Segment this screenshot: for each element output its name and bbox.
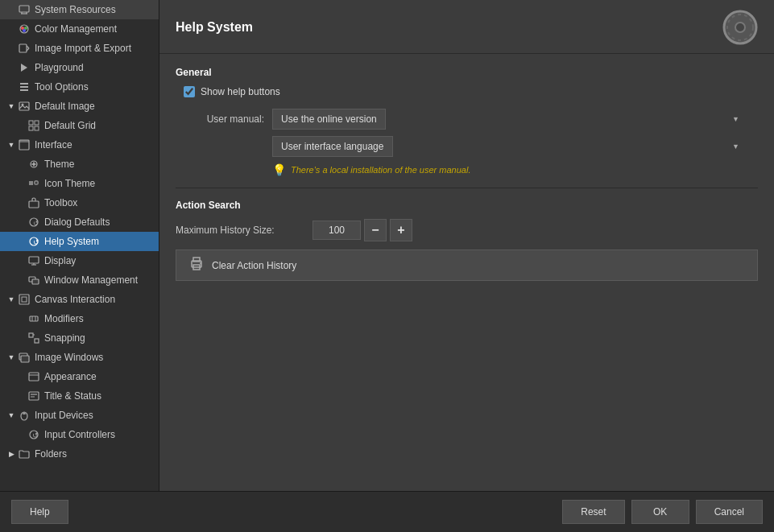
sidebar-item-image-import-export[interactable]: Image Import & Export xyxy=(0,39,159,58)
sidebar-item-snapping[interactable]: Snapping xyxy=(0,328,159,348)
expand-arrow-di: ▼ xyxy=(6,101,16,111)
svg-rect-19 xyxy=(29,126,33,130)
svg-text:↺: ↺ xyxy=(33,238,39,246)
content-area: Help System General Show help buttons Us… xyxy=(159,0,774,491)
sidebar-item-canvas-interaction-label: Canvas Interaction xyxy=(35,294,115,305)
sidebar-item-default-grid-label: Default Grid xyxy=(44,120,96,131)
title-icon xyxy=(27,390,40,402)
sidebar-item-input-controllers[interactable]: ↺ Input Controllers xyxy=(0,425,159,444)
sidebar-item-playground-label: Playground xyxy=(35,62,84,73)
svg-rect-27 xyxy=(29,201,39,208)
sidebar-item-tool-options[interactable]: Tool Options xyxy=(0,77,159,97)
sidebar-item-dialog-defaults-label: Dialog Defaults xyxy=(44,217,110,228)
show-help-buttons-row: Show help buttons xyxy=(184,86,758,97)
expand-arrow-to xyxy=(6,82,16,92)
controllers-icon: ↺ xyxy=(27,428,40,441)
sidebar-item-title-status[interactable]: Title & Status xyxy=(0,386,159,406)
content-header: Help System xyxy=(159,0,774,54)
svg-rect-15 xyxy=(19,102,29,110)
svg-rect-32 xyxy=(29,257,39,263)
sidebar-item-theme-label: Theme xyxy=(44,159,74,170)
svg-rect-12 xyxy=(20,83,28,85)
svg-rect-43 xyxy=(35,339,39,343)
sidebar-item-default-image-label: Default Image xyxy=(35,101,95,112)
sidebar-item-input-devices[interactable]: ▼ Input Devices xyxy=(0,406,159,425)
sidebar-item-image-windows-label: Image Windows xyxy=(35,352,103,363)
svg-rect-14 xyxy=(20,89,28,91)
sidebar: System Resources Color Management Image … xyxy=(0,0,159,491)
show-help-buttons-checkbox[interactable] xyxy=(184,86,195,97)
sidebar-item-interface[interactable]: ▼ Interface xyxy=(0,135,159,155)
svg-rect-49 xyxy=(29,392,39,400)
sidebar-item-image-windows[interactable]: ▼ Image Windows xyxy=(0,348,159,367)
show-help-buttons-label[interactable]: Show help buttons xyxy=(201,86,280,97)
sidebar-item-toolbox[interactable]: Toolbox xyxy=(0,193,159,212)
appearance-icon xyxy=(27,370,40,383)
expand-arrow-f: ▶ xyxy=(6,449,16,459)
svg-rect-46 xyxy=(21,356,29,362)
expand-arrow xyxy=(6,5,16,14)
sidebar-item-tool-options-label: Tool Options xyxy=(35,81,89,93)
monitor-icon xyxy=(18,3,31,16)
sidebar-item-window-management[interactable]: Window Management xyxy=(0,270,159,290)
sidebar-item-appearance[interactable]: Appearance xyxy=(0,367,159,386)
svg-rect-38 xyxy=(22,297,27,302)
svg-text:↺: ↺ xyxy=(32,431,39,439)
sidebar-item-default-grid[interactable]: Default Grid xyxy=(0,116,159,135)
ok-button[interactable]: OK xyxy=(631,500,689,524)
sidebar-item-folders-label: Folders xyxy=(35,448,67,460)
sidebar-item-system-resources[interactable]: System Resources xyxy=(0,0,159,19)
sidebar-item-default-image[interactable]: ▼ Default Image xyxy=(0,97,159,116)
sidebar-item-dialog-defaults[interactable]: ↺ Dialog Defaults xyxy=(0,212,159,232)
user-manual-label: User manual: xyxy=(176,113,264,125)
sidebar-item-folders[interactable]: ▶ Folders xyxy=(0,444,159,464)
printer-icon xyxy=(189,257,204,274)
sidebar-item-color-management[interactable]: Color Management xyxy=(0,19,159,39)
svg-marker-11 xyxy=(21,64,27,72)
window-icon xyxy=(27,274,40,287)
sidebar-item-theme[interactable]: Theme xyxy=(0,155,159,174)
sidebar-item-canvas-interaction[interactable]: ▼ Canvas Interaction xyxy=(0,290,159,309)
max-history-row: Maximum History Size: − + xyxy=(176,219,758,241)
icon-theme-icon xyxy=(27,177,40,190)
clear-action-history-button[interactable]: Clear Action History xyxy=(176,250,758,281)
sidebar-item-playground[interactable]: Playground xyxy=(0,58,159,77)
sidebar-item-display[interactable]: Display xyxy=(0,251,159,270)
sidebar-item-help-system[interactable]: ↺ Help System xyxy=(0,232,159,251)
sidebar-item-color-management-label: Color Management xyxy=(35,23,117,35)
user-manual-select[interactable]: Use the online version Use local version xyxy=(272,109,386,130)
sidebar-item-modifiers[interactable]: Modifiers xyxy=(0,309,159,328)
sidebar-item-window-management-label: Window Management xyxy=(44,274,138,286)
svg-point-26 xyxy=(35,182,38,184)
bulb-icon: 💡 xyxy=(272,163,286,176)
grid-icon xyxy=(27,119,40,132)
sidebar-item-modifiers-label: Modifiers xyxy=(44,313,84,324)
language-select[interactable]: User interface language English System l… xyxy=(272,136,393,157)
max-history-input[interactable] xyxy=(312,221,361,240)
svg-text:↺: ↺ xyxy=(33,220,39,227)
expand-arrow-iw: ▼ xyxy=(6,353,16,362)
sidebar-item-icon-theme[interactable]: Icon Theme xyxy=(0,174,159,193)
hint-text: There's a local installation of the user… xyxy=(291,165,470,175)
svg-rect-0 xyxy=(19,6,29,12)
svg-rect-61 xyxy=(193,258,200,262)
page-title: Help System xyxy=(176,20,253,35)
sidebar-item-help-system-label: Help System xyxy=(44,236,99,247)
reset-button[interactable]: Reset xyxy=(562,500,624,524)
section-general-title: General xyxy=(176,67,758,78)
section-action-search-title: Action Search xyxy=(176,200,758,211)
help-circle-icon xyxy=(722,10,758,45)
snapping-icon xyxy=(27,332,40,344)
help-button[interactable]: Help xyxy=(11,500,68,524)
increase-button[interactable]: + xyxy=(390,219,412,241)
user-manual-dropdown-wrapper: Use the online version Use local version xyxy=(272,109,747,130)
language-row: User interface language English System l… xyxy=(176,136,758,157)
decrease-button[interactable]: − xyxy=(364,219,387,241)
expand-arrow-iie xyxy=(6,43,16,53)
dialog-icon: ↺ xyxy=(27,216,40,229)
cancel-button[interactable]: Cancel xyxy=(696,500,763,524)
svg-rect-13 xyxy=(20,86,28,88)
sidebar-item-interface-label: Interface xyxy=(35,139,72,151)
import-icon xyxy=(18,42,31,55)
modifiers-icon xyxy=(27,312,40,325)
